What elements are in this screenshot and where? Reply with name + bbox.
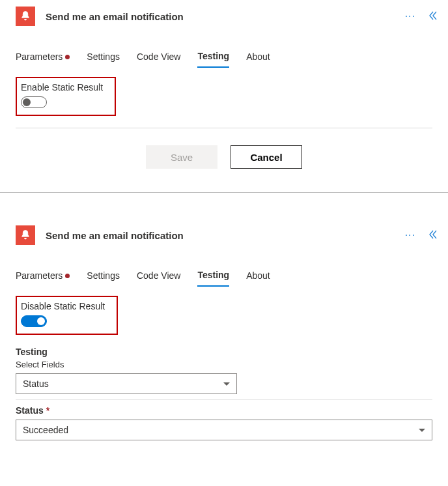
status-dropdown[interactable]: Succeeded — [16, 420, 432, 440]
save-button[interactable]: Save — [146, 145, 217, 169]
cancel-button[interactable]: Cancel — [231, 145, 302, 169]
header-actions: ··· — [405, 10, 438, 23]
static-result-toggle[interactable] — [21, 315, 47, 327]
toggle-knob — [23, 98, 31, 106]
panel-title: Send me an email notification — [46, 230, 395, 241]
panel-title: Send me an email notification — [46, 11, 395, 22]
tab-parameters[interactable]: Parameters — [16, 270, 70, 287]
tab-about[interactable]: About — [246, 270, 270, 287]
toggle-label: Enable Static Result — [21, 82, 103, 93]
panel-bottom-border — [0, 192, 448, 193]
collapse-icon[interactable] — [427, 229, 438, 242]
tab-settings[interactable]: Settings — [87, 51, 120, 68]
select-fields-label: Select Fields — [0, 358, 448, 371]
status-value: Succeeded — [23, 425, 68, 435]
more-icon[interactable]: ··· — [405, 10, 415, 22]
tab-settings[interactable]: Settings — [87, 270, 120, 287]
select-fields-dropdown[interactable]: Status — [16, 373, 237, 394]
tab-code-view[interactable]: Code View — [137, 270, 180, 287]
tab-bar: Parameters Settings Code View Testing Ab… — [0, 43, 448, 68]
static-result-section: Disable Static Result — [0, 287, 448, 344]
collapse-icon[interactable] — [427, 10, 438, 23]
toggle-label: Disable Static Result — [21, 301, 105, 311]
tab-about[interactable]: About — [246, 51, 270, 68]
toggle-knob — [37, 317, 45, 325]
chevron-down-icon — [223, 382, 230, 386]
bell-icon — [16, 225, 35, 245]
tab-parameters[interactable]: Parameters — [16, 51, 70, 68]
static-result-section: Enable Static Result — [0, 68, 448, 125]
select-fields-value: Status — [23, 379, 49, 389]
action-panel-on: Send me an email notification ··· Parame… — [0, 219, 448, 440]
tab-testing[interactable]: Testing — [197, 270, 229, 287]
button-row: Save Cancel — [0, 128, 448, 192]
panel-header: Send me an email notification ··· — [0, 0, 448, 31]
panel-header: Send me an email notification ··· — [0, 219, 448, 250]
status-label: Status — [0, 404, 448, 417]
header-actions: ··· — [405, 229, 438, 242]
more-icon[interactable]: ··· — [405, 229, 415, 241]
divider — [16, 399, 432, 400]
static-result-toggle[interactable] — [21, 96, 47, 108]
parameters-indicator-icon — [65, 55, 70, 59]
action-panel-off: Send me an email notification ··· Parame… — [0, 0, 448, 193]
testing-heading: Testing — [0, 344, 448, 358]
highlight-box: Disable Static Result — [16, 296, 118, 335]
bell-icon — [16, 7, 35, 26]
highlight-box: Enable Static Result — [16, 77, 116, 116]
chevron-down-icon — [419, 429, 425, 432]
tab-code-view[interactable]: Code View — [137, 51, 180, 68]
parameters-indicator-icon — [65, 274, 70, 278]
tab-bar: Parameters Settings Code View Testing Ab… — [0, 262, 448, 287]
tab-testing[interactable]: Testing — [197, 51, 229, 68]
